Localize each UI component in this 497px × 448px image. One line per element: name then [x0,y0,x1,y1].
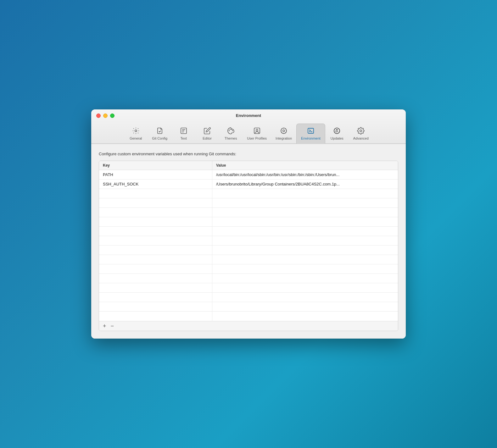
add-row-button[interactable]: + [102,323,107,329]
row-value-ssh: /Users/brunobrito/Library/Group Containe… [212,180,398,189]
tab-user-profiles-label: User Profiles [247,136,267,140]
svg-point-4 [231,129,232,130]
table-row-empty[interactable] [99,312,398,321]
tab-git-config[interactable]: Git Config [148,124,172,143]
row-key-ssh: SSH_AUTH_SOCK [99,180,212,189]
tab-editor[interactable]: Editor [195,124,219,143]
table-row-empty[interactable] [99,264,398,274]
general-icon [131,126,140,135]
tab-editor-label: Editor [203,136,212,140]
row-key-path: PATH [99,170,212,179]
table-row-empty[interactable] [99,283,398,293]
row-value-path: /usr/local/bin:/usr/local/sbin:/usr/bin:… [212,170,398,179]
tab-advanced[interactable]: Advanced [349,124,373,143]
content-area: Configure custom environment variables u… [91,144,406,339]
tab-user-profiles[interactable]: User Profiles [243,124,271,143]
tab-text[interactable]: Text [172,124,195,143]
text-icon [179,126,188,135]
tab-themes-label: Themes [225,136,237,140]
environment-icon [306,126,315,135]
svg-rect-10 [308,128,314,133]
tab-integration[interactable]: Integration [271,124,296,143]
table-row-empty[interactable] [99,227,398,236]
remove-row-button[interactable]: − [110,323,115,329]
titlebar: Environment General [91,109,406,144]
svg-point-0 [135,130,137,132]
themes-icon [226,126,235,135]
tab-text-label: Text [181,136,187,140]
window-title: Environment [236,113,261,118]
tab-updates[interactable]: Updates [325,124,349,143]
env-table: Key Value PATH /usr/local/bin:/usr/local… [99,161,398,331]
table-row[interactable]: SSH_AUTH_SOCK /Users/brunobrito/Library/… [99,180,398,189]
tab-git-config-label: Git Config [152,136,167,140]
editor-icon [203,126,212,135]
close-button[interactable] [96,113,101,118]
table-row-empty[interactable] [99,246,398,255]
preferences-window: Environment General [91,109,406,339]
tab-environment[interactable]: Environment [296,124,325,144]
minimize-button[interactable] [103,113,108,118]
advanced-icon [356,126,365,135]
table-footer: + − [99,321,398,331]
traffic-lights [96,113,114,118]
table-row-empty[interactable] [99,198,398,208]
table-row-empty[interactable] [99,293,398,302]
table-row-empty[interactable] [99,189,398,198]
git-config-icon [155,126,164,135]
table-row-empty[interactable] [99,208,398,217]
svg-point-3 [230,129,231,130]
column-key-header: Key [99,161,212,170]
tab-environment-label: Environment [301,136,321,140]
maximize-button[interactable] [110,113,114,118]
tab-integration-label: Integration [276,136,292,140]
table-row-empty[interactable] [99,302,398,312]
toolbar: General Git Config [124,121,373,143]
user-profiles-icon [253,126,261,135]
titlebar-top: Environment [96,113,401,121]
table-row[interactable]: PATH /usr/local/bin:/usr/local/sbin:/usr… [99,170,398,180]
svg-point-2 [229,130,230,131]
tab-advanced-label: Advanced [353,136,369,140]
tab-general-label: General [130,136,142,140]
table-row-empty[interactable] [99,236,398,246]
integration-icon [279,126,288,135]
tab-updates-label: Updates [331,136,343,140]
table-row-empty[interactable] [99,255,398,264]
svg-point-8 [283,130,285,132]
table-row-empty[interactable] [99,274,398,283]
svg-point-5 [232,130,233,131]
table-row-empty[interactable] [99,217,398,227]
table-header: Key Value [99,161,398,170]
description-text: Configure custom environment variables u… [99,152,398,156]
svg-point-7 [256,129,258,131]
column-value-header: Value [212,161,398,170]
tab-general[interactable]: General [124,124,148,143]
tab-themes[interactable]: Themes [219,124,243,143]
updates-icon [332,126,341,135]
